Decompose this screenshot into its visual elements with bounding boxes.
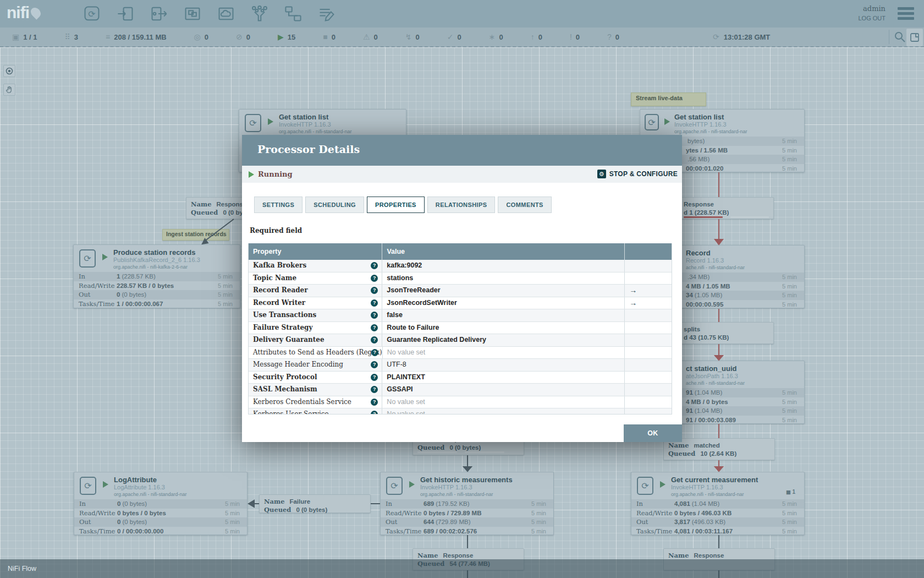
sync-failure-status: !0 <box>570 33 580 41</box>
running-triangle-icon <box>103 481 108 488</box>
help-icon[interactable]: ? <box>371 299 378 307</box>
stat-row-out: Out3,817(496.03 KB)5 min <box>631 517 804 527</box>
dialog-title: Processor Details <box>257 143 360 155</box>
stale-status: ↑0 <box>531 33 542 41</box>
cluster-count-badge: ▦1 <box>786 489 795 495</box>
running-triangle-icon <box>102 254 108 260</box>
help-icon[interactable]: ? <box>371 312 378 319</box>
property-row-record-reader[interactable]: Record Reader?JsonTreeReader→ <box>249 285 672 297</box>
refresh-icon[interactable]: ⟳ <box>713 33 719 41</box>
help-icon[interactable]: ? <box>371 287 378 294</box>
running-status: ▶15 <box>278 33 295 41</box>
processor-bundle: org.apache.nifi - nifi-standard-nar <box>279 128 406 135</box>
logout-link[interactable]: LOG OUT <box>858 15 886 21</box>
search-icon[interactable] <box>893 30 906 43</box>
property-row-delivery-guarantee[interactable]: Delivery Guarantee?Guarantee Replicated … <box>249 334 672 347</box>
tab-relationships[interactable]: RELATIONSHIPS <box>427 197 496 213</box>
ok-button[interactable]: OK <box>624 424 682 442</box>
property-row-kafka-brokers[interactable]: Kafka Brokers?kafka:9092 <box>249 260 672 272</box>
processor-bundle: ache.nifi - nifi-standard-nar <box>686 264 804 271</box>
go-to-service-icon[interactable]: → <box>625 297 672 309</box>
canvas-label-stream-live-data[interactable]: Stream live-data <box>631 92 706 106</box>
running-triangle-icon <box>409 481 415 488</box>
tab-properties[interactable]: PROPERTIES <box>367 197 425 213</box>
connection-label-failure[interactable]: NameFailure Queued0 (0 bytes) <box>259 494 371 513</box>
tab-settings[interactable]: SETTINGS <box>254 197 302 213</box>
hand-tool-button[interactable] <box>3 84 15 96</box>
stat-row-in: In1(228.57 KB)5 min <box>74 272 240 281</box>
processor-get-current-measurement[interactable]: ⟳ Get current measurement InvokeHTTP 1.1… <box>631 472 805 535</box>
help-icon[interactable]: ? <box>371 324 378 331</box>
property-row-security-protocol[interactable]: Security Protocol?PLAINTEXT <box>249 372 672 384</box>
cluster-nodes-status: ▣1 / 1 <box>12 33 37 41</box>
property-row-attributes-headers[interactable]: Attributes to Send as Headers (Regex)?No… <box>249 347 672 359</box>
tab-scheduling[interactable]: SCHEDULING <box>305 197 364 213</box>
stat-row-in: In0(0 bytes)5 min <box>74 499 247 509</box>
statusbar-divider <box>889 30 889 44</box>
help-icon[interactable]: ? <box>371 411 378 415</box>
property-row-kerberos-user-service[interactable]: Kerberos User Service?No value set <box>249 408 672 415</box>
property-row-failure-strategy[interactable]: Failure Strategy?Route to Failure <box>249 322 672 335</box>
output-port-icon[interactable] <box>150 4 168 23</box>
property-row-message-header-encoding[interactable]: Message Header Encoding?UTF-8 <box>249 359 672 372</box>
transmitting-icon: ◎ <box>194 33 201 41</box>
stat-row-readwrite: Read/Write0 bytes / 729.89 MB5 min <box>381 509 553 518</box>
not-transmitting-status: ⊘0 <box>236 33 250 41</box>
property-row-kerberos-credentials[interactable]: Kerberos Credentials Service?No value se… <box>249 396 672 409</box>
help-icon[interactable]: ? <box>371 361 378 368</box>
tab-comments[interactable]: COMMENTS <box>498 197 551 213</box>
last-refresh[interactable]: ⟳ 13:01:28 GMT <box>713 28 770 46</box>
canvas-label-ingest-station-records[interactable]: Ingest station records <box>162 229 229 241</box>
processor-type: Record 1.16.3 <box>686 257 804 264</box>
processor-bundle: org.apache.nifi - nifi-standard-nar <box>674 128 804 135</box>
dialog-header: Processor Details <box>242 135 682 166</box>
not-transmitting-icon: ⊘ <box>236 33 243 41</box>
template-icon[interactable] <box>284 4 302 23</box>
stat-row-in: In4,081(1.04 MB)5 min <box>631 499 804 509</box>
breadcrumb[interactable]: NiFi Flow <box>8 565 36 572</box>
help-icon[interactable]: ? <box>371 386 378 393</box>
help-icon[interactable]: ? <box>371 336 378 343</box>
global-menu-icon[interactable] <box>898 7 914 22</box>
target-icon <box>5 67 14 75</box>
help-icon[interactable]: ? <box>371 399 378 406</box>
property-row-sasl-mechanism[interactable]: SASL Mechanism?GSSAPI <box>249 384 672 396</box>
help-icon[interactable]: ? <box>371 349 378 356</box>
go-to-service-icon[interactable]: → <box>625 285 672 297</box>
last-refresh-time: 13:01:28 GMT <box>724 33 771 41</box>
grid-icon: ▦ <box>786 489 791 495</box>
stat-row-tasks: Tasks/Time1 / 00:00:00.0675 min <box>74 299 240 309</box>
processor-icon[interactable]: ⟳ <box>82 4 101 23</box>
queued-status: ≡208 / 159.11 MB <box>106 33 167 41</box>
input-port-icon[interactable] <box>116 4 135 23</box>
up-arrow-icon: ↑ <box>531 33 535 41</box>
hand-icon <box>5 85 14 94</box>
properties-table-header: Property Value <box>249 243 672 260</box>
processor-type-icon: ⟳ <box>637 477 653 495</box>
process-group-icon[interactable] <box>183 4 202 23</box>
property-row-use-transactions[interactable]: Use Transactions?false <box>249 309 672 322</box>
birdseye-panel-toggle[interactable] <box>906 29 923 46</box>
property-row-record-writer[interactable]: Record Writer?JsonRecordSetWriter→ <box>249 297 672 310</box>
label-icon[interactable] <box>317 4 336 23</box>
processor-produce-station-records[interactable]: ⟳ Produce station records PublishKafkaRe… <box>73 244 240 308</box>
processor-get-historic-measurements[interactable]: ⟳ Get historic measurements InvokeHTTP 1… <box>380 472 554 535</box>
target-tool-button[interactable] <box>3 65 15 77</box>
properties-table: Property Value Kafka Brokers?kafka:9092 … <box>248 243 672 415</box>
remote-process-group-icon[interactable] <box>217 4 235 23</box>
stop-and-configure-button[interactable]: ⚙ STOP & CONFIGURE <box>597 170 678 178</box>
help-icon[interactable]: ? <box>371 262 378 269</box>
help-icon[interactable]: ? <box>371 374 378 381</box>
processor-log-attribute[interactable]: ⟳ LogAttribute LogAttribute 1.16.3 org.a… <box>74 472 248 535</box>
processor-name: Get station list <box>279 113 406 121</box>
stat-row-readwrite: Read/Write0 bytes / 0 bytes5 min <box>74 509 247 518</box>
property-row-topic-name[interactable]: Topic Name?stations <box>249 272 672 285</box>
processor-name: Get historic measurements <box>420 476 553 484</box>
help-icon[interactable]: ? <box>371 275 378 282</box>
funnel-icon[interactable] <box>250 4 269 23</box>
processor-bundle: org.apache.nifi - nifi-kafka-2-6-nar <box>113 264 240 270</box>
stat-row-readwrite: Read/Write0 bytes / 496.03 KB5 min <box>631 509 804 518</box>
disabled-status: ↯0 <box>405 33 420 41</box>
stopped-status: ■0 <box>323 33 336 41</box>
stopped-icon: ■ <box>323 33 327 41</box>
